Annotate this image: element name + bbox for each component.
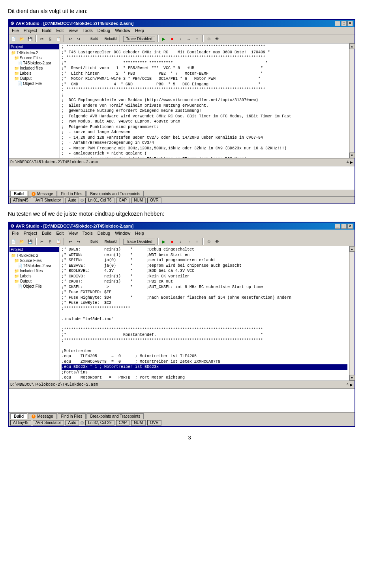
tab-breakpoints-2[interactable]: Breakpoints and Tracepoints [86, 413, 144, 419]
tb-new-2[interactable]: 📄 [9, 238, 17, 245]
file-path-2: D:\MDEDCC\T45lokdec-2\T45lokdec-2.asm [10, 383, 347, 387]
tree-source-1[interactable]: 📁 Source Files [9, 55, 59, 60]
scroll-down-1[interactable]: ▼ [349, 153, 355, 158]
menu-build-2[interactable]: Build [39, 230, 54, 236]
tb-step-out-1[interactable]: ↑ [193, 35, 201, 42]
tb-cut-2[interactable]: ✂ [38, 238, 46, 245]
menu-file-2[interactable]: File [9, 230, 21, 236]
trace-disabled-1[interactable]: Trace Disabled [123, 36, 155, 42]
tree-project-2[interactable]: 📁 T45lokdec-2 [9, 253, 59, 258]
tab-message-2[interactable]: ! Message [28, 413, 57, 419]
tb-rebuild-1[interactable]: Rebuild [103, 35, 118, 42]
close-btn-1[interactable]: × [347, 21, 353, 26]
code-area-1[interactable]: ; **************************************… [60, 43, 349, 158]
tb-step-2[interactable]: ↓ [176, 238, 184, 245]
minimize-btn-1[interactable]: _ [335, 21, 340, 26]
tb-new-1[interactable]: 📄 [9, 35, 17, 42]
close-btn-2[interactable]: × [347, 224, 353, 229]
scroll-down-2[interactable]: ▼ [349, 375, 355, 381]
tb-cut-1[interactable]: ✂ [38, 35, 46, 42]
tb-copy-2[interactable]: ⎘ [46, 238, 54, 245]
tree-source-2[interactable]: 📁 Source Files [9, 258, 59, 263]
trace-disabled-2[interactable]: Trace Disabled [123, 239, 155, 245]
maximize-btn-2[interactable]: □ [341, 224, 347, 229]
tb-step-out-2[interactable]: ↑ [193, 238, 201, 245]
title-bar-controls-1[interactable]: _ □ × [335, 21, 353, 26]
menu-edit-2[interactable]: Edit [54, 230, 66, 236]
tb-undo-2[interactable]: ↩ [66, 238, 74, 245]
menu-view-2[interactable]: View [66, 230, 80, 236]
menu-file-1[interactable]: File [9, 27, 21, 34]
tb-redo-1[interactable]: ↪ [75, 35, 83, 42]
tree-labels-1[interactable]: 📁 Labels [9, 71, 59, 76]
tb-rebuild-2[interactable]: Rebuild [103, 238, 118, 245]
scroll-track-1[interactable] [350, 49, 355, 152]
tree-included-2[interactable]: 📁 Included files [9, 268, 59, 273]
tb-save-1[interactable]: 💾 [26, 35, 34, 42]
tab-breakpoints-1[interactable]: Breakpoints and Tracepoints [86, 191, 144, 196]
tb-paste-1[interactable]: 📋 [54, 35, 62, 42]
tb-step-1[interactable]: ↓ [176, 35, 184, 42]
tree-labels-2[interactable]: 📁 Labels [9, 273, 59, 279]
menu-window-2[interactable]: Window [113, 230, 133, 236]
minimize-btn-2[interactable]: _ [335, 224, 340, 229]
tab-message-1[interactable]: ! Message [28, 191, 57, 196]
menu-tools-1[interactable]: Tools [80, 27, 95, 34]
menu-project-1[interactable]: Project [21, 27, 39, 34]
tree-objectfile-2[interactable]: 📄 Object File [9, 284, 59, 289]
tree-output-2[interactable]: 📁 Output [9, 279, 59, 284]
tab-build-2[interactable]: Build [10, 413, 27, 419]
menu-build-1[interactable]: Build [39, 27, 54, 34]
title-bar-controls-2[interactable]: _ □ × [335, 224, 353, 229]
scroll-up-1[interactable]: ▲ [349, 43, 355, 49]
sidebar-2: Project 📁 T45lokdec-2 📁 Source Files 📄 T… [9, 246, 60, 381]
tree-included-1[interactable]: 📁 Included files [9, 66, 59, 71]
tree-output-1[interactable]: 📁 Output [9, 76, 59, 81]
scroll-up-2[interactable]: ▲ [349, 246, 355, 252]
tab-findfiles-2[interactable]: Find in Files [58, 413, 86, 419]
status-mode-1: Auto [66, 198, 79, 203]
menu-tools-2[interactable]: Tools [80, 230, 95, 236]
tb-sep-2f [202, 238, 204, 245]
tb-undo-1[interactable]: ↩ [66, 35, 74, 42]
menu-help-2[interactable]: Help [133, 230, 146, 236]
tb-run-1[interactable]: ▶ [160, 35, 168, 42]
tab-findfiles-1[interactable]: Find in Files [58, 191, 86, 196]
menu-debug-1[interactable]: Debug [95, 27, 113, 34]
menu-project-2[interactable]: Project [21, 230, 39, 236]
tree-asr-1[interactable]: 📄 T45lokdec-2.asr [9, 60, 59, 66]
tb-redo-2[interactable]: ↪ [75, 238, 83, 245]
tb-bp-2[interactable]: ⊙ [205, 238, 213, 245]
tb-bp-1[interactable]: ⊙ [205, 35, 213, 42]
tb-run-2[interactable]: ▶ [160, 238, 168, 245]
tb-stop-1[interactable]: ■ [168, 35, 176, 42]
tb-watch-2[interactable]: 👁 [213, 238, 221, 245]
tb-step-over-1[interactable]: → [185, 35, 193, 42]
maximize-btn-1[interactable]: □ [341, 21, 347, 26]
tb-stop-2[interactable]: ■ [168, 238, 176, 245]
tree-project-1[interactable]: 📁 T45lokdec-2 [9, 50, 59, 55]
menu-edit-1[interactable]: Edit [54, 27, 66, 34]
tab-build-1[interactable]: Build [10, 191, 27, 196]
tb-save-2[interactable]: 💾 [26, 238, 34, 245]
scrollbar-right-2[interactable]: ▲ ▼ [349, 246, 355, 381]
tb-build-2[interactable]: Build [86, 238, 102, 245]
tb-step-over-2[interactable]: → [185, 238, 193, 245]
menu-help-1[interactable]: Help [133, 27, 146, 34]
tb-paste-2[interactable]: 📋 [54, 238, 62, 245]
folder-icon-included-1: 📁 [14, 66, 19, 70]
tb-watch-1[interactable]: 👁 [213, 35, 221, 42]
tb-copy-1[interactable]: ⎘ [46, 35, 54, 42]
scroll-track-2[interactable] [350, 252, 355, 375]
tb-open-1[interactable]: 📂 [18, 35, 26, 42]
tree-asr-2[interactable]: 📄 T45lokdec-2.asr [9, 263, 59, 268]
tb-open-2[interactable]: 📂 [18, 238, 26, 245]
tb-build-1[interactable]: Build [86, 35, 102, 42]
menu-debug-2[interactable]: Debug [95, 230, 113, 236]
scrollbar-right-1[interactable]: ▲ ▼ [349, 43, 355, 158]
menu-view-1[interactable]: View [66, 27, 80, 34]
tree-objectfile-1[interactable]: 📄 Object File [9, 81, 59, 86]
menu-window-1[interactable]: Window [113, 27, 133, 34]
sidebar-header-2: Project [9, 247, 59, 252]
code-area-2[interactable]: ;* DWEN: nein(1) * ;Debug eingeschaltet … [60, 246, 349, 381]
